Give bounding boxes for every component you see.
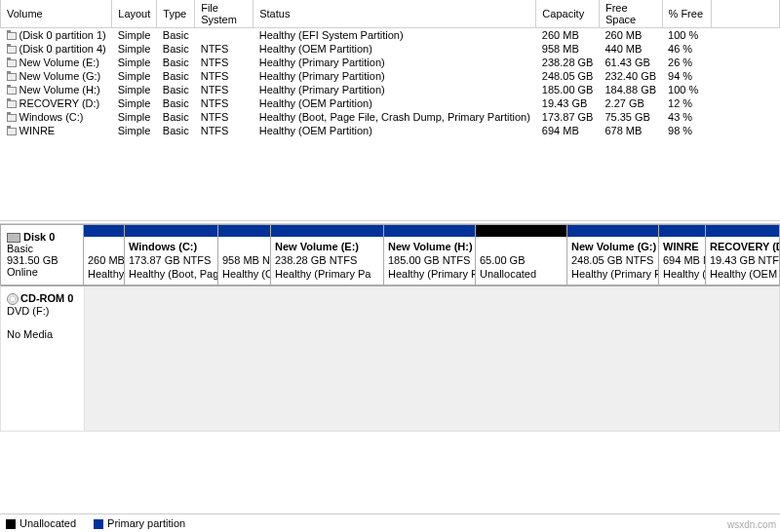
- column-header-row: Volume Layout Type File System Status Ca…: [1, 0, 780, 28]
- cdrom-label[interactable]: CD-ROM 0 DVD (F:) No Media: [1, 286, 85, 431]
- col-type[interactable]: Type: [157, 0, 195, 28]
- volume-icon: [7, 100, 17, 108]
- volume-fs: NTFS: [195, 83, 254, 96]
- volume-icon: [7, 73, 17, 81]
- volume-fs: [195, 28, 254, 43]
- cdrom-title: CD-ROM 0: [20, 292, 73, 304]
- disk-0-state: Online: [7, 266, 38, 278]
- disk-map-pane[interactable]: Disk 0 Basic 931.50 GB Online 260 MBHeal…: [0, 224, 780, 432]
- partition-block[interactable]: 958 MB NHealthy (O: [218, 225, 271, 285]
- cdrom-empty-area[interactable]: [85, 286, 779, 431]
- partition-status: Healthy (Primary Pa: [388, 268, 475, 280]
- volume-status: Healthy (OEM Partition): [254, 42, 536, 56]
- volume-fs: NTFS: [195, 42, 254, 56]
- volume-table[interactable]: Volume Layout Type File System Status Ca…: [0, 0, 780, 137]
- col-freespace[interactable]: Free Space: [599, 0, 662, 28]
- partition-block[interactable]: New Volume (G:)248.05 GB NTFSHealthy (Pr…: [567, 225, 659, 285]
- volume-row[interactable]: WINRESimpleBasicNTFSHealthy (OEM Partiti…: [1, 124, 780, 137]
- disc-icon: [7, 293, 19, 305]
- partition-body: RECOVERY (D:)19.43 GB NTFSHealthy (OEM P: [706, 237, 779, 285]
- volume-status: Healthy (Primary Partition): [254, 56, 536, 69]
- partition-block[interactable]: New Volume (H:)185.00 GB NTFSHealthy (Pr…: [384, 225, 476, 285]
- volume-free: 678 MB: [599, 124, 662, 137]
- volume-pct: 94 %: [662, 69, 711, 83]
- partition-color-bar: [125, 225, 217, 237]
- volume-row[interactable]: New Volume (H:)SimpleBasicNTFSHealthy (P…: [1, 83, 780, 96]
- partition-size: 958 MB N: [222, 254, 270, 266]
- volume-list-pane[interactable]: Volume Layout Type File System Status Ca…: [0, 0, 780, 220]
- volume-icon: [7, 46, 17, 54]
- partition-block[interactable]: RECOVERY (D:)19.43 GB NTFSHealthy (OEM P: [706, 225, 780, 285]
- volume-row[interactable]: Windows (C:)SimpleBasicNTFSHealthy (Boot…: [1, 110, 780, 124]
- volume-row[interactable]: (Disk 0 partition 1)SimpleBasicHealthy (…: [1, 28, 780, 43]
- partition-block[interactable]: New Volume (E:)238.28 GB NTFSHealthy (Pr…: [271, 225, 384, 285]
- volume-name: (Disk 0 partition 4): [20, 43, 106, 55]
- volume-status: Healthy (OEM Partition): [254, 96, 536, 110]
- volume-free: 61.43 GB: [599, 56, 662, 69]
- volume-fs: NTFS: [195, 110, 254, 124]
- partition-title: New Volume (H:): [388, 241, 473, 252]
- col-volume[interactable]: Volume: [1, 0, 112, 28]
- partition-size: 173.87 GB NTFS: [129, 254, 211, 266]
- disk-0-row: Disk 0 Basic 931.50 GB Online 260 MBHeal…: [0, 224, 780, 285]
- volume-type: Basic: [157, 56, 195, 69]
- volume-status: Healthy (OEM Partition): [254, 124, 536, 137]
- volume-free: 260 MB: [599, 28, 662, 43]
- volume-layout: Simple: [112, 69, 157, 83]
- disk-0-label[interactable]: Disk 0 Basic 931.50 GB Online: [1, 225, 84, 285]
- partition-color-bar: [476, 225, 566, 237]
- col-filesystem[interactable]: File System: [195, 0, 254, 28]
- legend-bar: Unallocated Primary partition: [0, 513, 780, 532]
- volume-status: Healthy (Primary Partition): [254, 83, 536, 96]
- volume-type: Basic: [157, 42, 195, 56]
- volume-status: Healthy (Primary Partition): [254, 69, 536, 83]
- volume-status: Healthy (EFI System Partition): [254, 28, 536, 43]
- volume-capacity: 185.00 GB: [536, 83, 600, 96]
- partition-title: New Volume (E:): [275, 241, 359, 252]
- volume-capacity: 260 MB: [536, 28, 600, 43]
- partition-status: Healthy (O: [663, 268, 705, 280]
- volume-layout: Simple: [112, 28, 157, 43]
- volume-row[interactable]: (Disk 0 partition 4)SimpleBasicNTFSHealt…: [1, 42, 780, 56]
- disk-0-partitions: 260 MBHealthyWindows (C:)173.87 GB NTFSH…: [84, 225, 780, 285]
- partition-size: 65.00 GB: [480, 254, 525, 266]
- volume-pct: 100 %: [662, 83, 711, 96]
- volume-name: WINRE: [20, 125, 56, 136]
- partition-block[interactable]: 65.00 GBUnallocated: [476, 225, 567, 285]
- volume-row[interactable]: New Volume (G:)SimpleBasicNTFSHealthy (P…: [1, 69, 780, 83]
- volume-row[interactable]: RECOVERY (D:)SimpleBasicNTFSHealthy (OEM…: [1, 96, 780, 110]
- col-capacity[interactable]: Capacity: [536, 0, 600, 28]
- volume-free: 184.88 GB: [599, 83, 662, 96]
- partition-body: WINRE694 MB NHealthy (O: [659, 237, 705, 285]
- disk-0-type: Basic: [7, 243, 33, 254]
- volume-fs: NTFS: [195, 96, 254, 110]
- disk-0-title: Disk 0: [23, 231, 55, 243]
- partition-status: Healthy (Primary Pa: [571, 268, 658, 280]
- volume-name: RECOVERY (D:): [20, 97, 100, 109]
- volume-icon: [7, 87, 17, 95]
- volume-pct: 100 %: [662, 28, 711, 43]
- volume-free: 2.27 GB: [599, 96, 662, 110]
- col-status[interactable]: Status: [254, 0, 536, 28]
- partition-block[interactable]: Windows (C:)173.87 GB NTFSHealthy (Boot,…: [125, 225, 218, 285]
- partition-color-bar: [84, 225, 124, 237]
- volume-pct: 98 %: [662, 124, 711, 137]
- volume-type: Basic: [157, 110, 195, 124]
- volume-capacity: 694 MB: [536, 124, 600, 137]
- volume-capacity: 19.43 GB: [536, 96, 600, 110]
- col-layout[interactable]: Layout: [112, 0, 157, 28]
- col-pctfree[interactable]: % Free: [662, 0, 711, 28]
- cdrom-state: No Media: [7, 328, 53, 340]
- volume-row[interactable]: New Volume (E:)SimpleBasicNTFSHealthy (P…: [1, 56, 780, 69]
- volume-pct: 43 %: [662, 110, 711, 124]
- volume-type: Basic: [157, 69, 195, 83]
- partition-block[interactable]: WINRE694 MB NHealthy (O: [659, 225, 706, 285]
- partition-size: 248.05 GB NTFS: [571, 254, 653, 266]
- partition-body: New Volume (G:)248.05 GB NTFSHealthy (Pr…: [567, 237, 658, 285]
- partition-block[interactable]: 260 MBHealthy: [84, 225, 125, 285]
- partition-title: Windows (C:): [129, 241, 197, 252]
- legend-primary: Primary partition: [94, 517, 185, 529]
- partition-size: 260 MB: [88, 254, 124, 266]
- swatch-primary-icon: [94, 519, 103, 529]
- partition-color-bar: [218, 225, 270, 237]
